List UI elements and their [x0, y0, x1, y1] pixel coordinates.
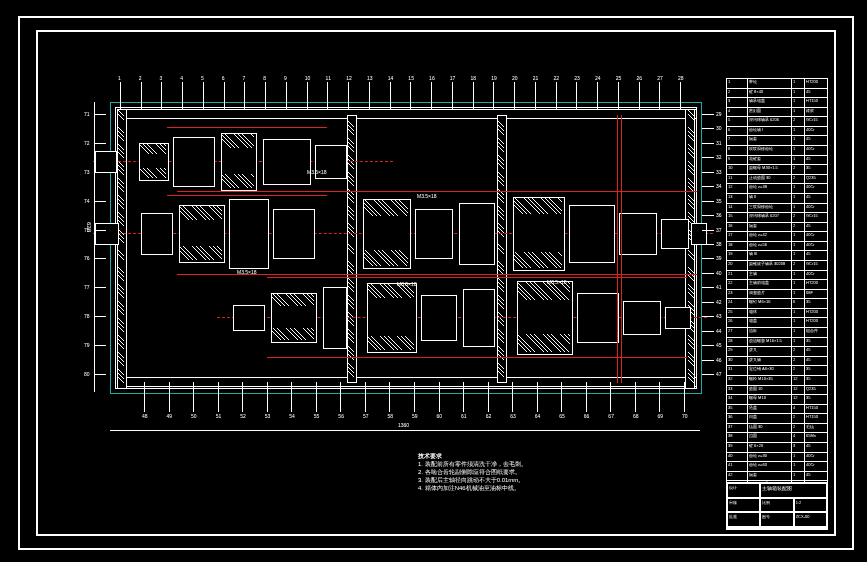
bom-row-12[interactable]: 12齿轮 z=38140Cr [727, 184, 827, 194]
bom-no: 34 [727, 395, 748, 404]
bom-row-37[interactable]: 37毡圈 302毛毡 [727, 424, 827, 434]
balloon-row-bottom: 4849505152535455565758596061626364656667… [142, 396, 698, 422]
balloon-35: 35 [716, 199, 722, 204]
leader-56 [340, 382, 341, 412]
title-block: 设计 主轴箱装配图 审核 比例 1:2 批准 图号 ZCX-00 [726, 482, 828, 528]
balloon-67: 67 [608, 414, 614, 419]
leader-74 [94, 201, 106, 202]
balloon-49: 49 [167, 414, 173, 419]
bom-row-3[interactable]: 3轴承端盖1HT150 [727, 98, 827, 108]
bom-row-15[interactable]: 15深沟球轴承 62072GCr15 [727, 213, 827, 223]
bom-no: 22 [727, 280, 748, 289]
bom-row-38[interactable]: 38挡圈465Mn [727, 433, 827, 443]
bom-mat: 40Cr [805, 146, 827, 155]
leader-45 [702, 345, 714, 346]
bom-qty: 1 [792, 79, 805, 88]
bom-row-22[interactable]: 22主轴前端盖1HT200 [727, 280, 827, 290]
bom-row-40[interactable]: 40齿轮 z=30140Cr [727, 453, 827, 463]
bom-no: 1 [727, 79, 748, 88]
balloon-30: 30 [716, 126, 722, 131]
leader-17 [452, 82, 453, 110]
bom-name: 齿轮轴 Ⅰ [748, 127, 792, 136]
leader-30 [702, 128, 714, 129]
balloon-68: 68 [633, 414, 639, 419]
bom-name: 透盖 [748, 405, 792, 414]
balloon-18: 18 [471, 76, 477, 81]
bom-row-42[interactable]: 42隔套145 [727, 472, 827, 482]
bom-row-34[interactable]: 34螺母 M101235 [727, 395, 827, 405]
bom-row-31[interactable]: 31定位销 A6×30235 [727, 366, 827, 376]
bom-no: 42 [727, 472, 748, 481]
bom-row-39[interactable]: 39键 6×20345 [727, 443, 827, 453]
bom-row-33[interactable]: 33垫圈 1012Q235 [727, 386, 827, 396]
tb-dwgno: ZCX-00 [794, 512, 827, 527]
leader-67 [610, 382, 611, 412]
leader-60 [439, 382, 440, 412]
bom-row-41[interactable]: 41齿轮 z=60140Cr [727, 462, 827, 472]
bom-row-27[interactable]: 27油标1组合件 [727, 328, 827, 338]
bom-name: 键 6×20 [748, 443, 792, 452]
bom-no: 39 [727, 443, 748, 452]
balloon-40: 40 [716, 271, 722, 276]
bom-mat: 40Cr [805, 453, 827, 462]
bom-row-1[interactable]: 1带轮1HT200 [727, 79, 827, 89]
bom-row-28[interactable]: 28放油螺塞 M16×1.5135 [727, 338, 827, 348]
bom-row-13[interactable]: 13轴 Ⅱ145 [727, 194, 827, 204]
bom-row-29[interactable]: 29拨叉245 [727, 347, 827, 357]
bom-no: 14 [727, 204, 748, 213]
leader-3 [161, 82, 162, 110]
bom-row-25[interactable]: 25箱体1HT200 [727, 309, 827, 319]
bom-name: 轴 Ⅲ [748, 251, 792, 260]
bom-row-14[interactable]: 14三联滑移齿轮140Cr [727, 204, 827, 214]
bom-no: 23 [727, 290, 748, 299]
bom-row-9[interactable]: 9花键套145 [727, 156, 827, 166]
bom-row-7[interactable]: 7隔套145 [727, 136, 827, 146]
bom-qty: 2 [792, 117, 805, 126]
bom-row-24[interactable]: 24螺钉 M6×16635 [727, 299, 827, 309]
bom-row-32[interactable]: 32螺栓 M10×351235 [727, 376, 827, 386]
bom-qty: 1 [792, 271, 805, 280]
bom-row-35[interactable]: 35透盖4HT150 [727, 405, 827, 415]
balloon-22: 22 [554, 76, 560, 81]
bom-row-4[interactable]: 4密封圈1橡胶 [727, 108, 827, 118]
bom-no: 40 [727, 453, 748, 462]
cad-canvas: M3.5×18 M3.5×18 M3.5×18 M3.5×18 M3.5×18 … [0, 0, 867, 562]
leader-41 [702, 287, 714, 288]
bom-row-8[interactable]: 8双联滑移齿轮140Cr [727, 146, 827, 156]
parts-list-table[interactable]: 1带轮1HT2002键 8×401453轴承端盖1HT1504密封圈1橡胶5深沟… [726, 78, 828, 530]
balloon-64: 64 [535, 414, 541, 419]
bom-row-16[interactable]: 16隔套245 [727, 223, 827, 233]
balloon-21: 21 [533, 76, 539, 81]
bom-row-5[interactable]: 5深沟球轴承 62062GCr15 [727, 117, 827, 127]
bom-row-19[interactable]: 19轴 Ⅲ145 [727, 251, 827, 261]
leader-53 [267, 382, 268, 412]
tb-dwgno-label: 图号 [760, 512, 793, 527]
bom-qty: 2 [792, 357, 805, 366]
bom-row-17[interactable]: 17齿轮 z=42140Cr [727, 232, 827, 242]
bom-row-18[interactable]: 18齿轮 z=56140Cr [727, 242, 827, 252]
bom-row-11[interactable]: 11止动垫圈 302Q235 [727, 175, 827, 185]
bom-row-26[interactable]: 26箱盖1HT200 [727, 318, 827, 328]
bom-row-6[interactable]: 6齿轮轴 Ⅰ140Cr [727, 127, 827, 137]
bom-name: 带轮 [748, 79, 792, 88]
bom-name: 油标 [748, 328, 792, 337]
bom-row-21[interactable]: 21主轴140Cr [727, 271, 827, 281]
balloon-43: 43 [716, 314, 722, 319]
bom-row-10[interactable]: 10圆螺母 M30×1.5235 [727, 165, 827, 175]
leader-40 [702, 273, 714, 274]
bom-row-30[interactable]: 30拨叉轴245 [727, 357, 827, 367]
bom-name: 拨叉 [748, 347, 792, 356]
bom-qty: 4 [792, 405, 805, 414]
assembly-section-view[interactable]: M3.5×18 M3.5×18 M3.5×18 M3.5×18 M3.5×18 [117, 109, 695, 387]
bom-mat: HT150 [805, 405, 827, 414]
bom-row-20[interactable]: 20圆锥滚子轴承 302082GCr15 [727, 261, 827, 271]
leader-49 [169, 382, 170, 412]
bom-row-23[interactable]: 23调整垫片108F [727, 290, 827, 300]
bom-no: 35 [727, 405, 748, 414]
bom-row-36[interactable]: 36闷盖2HT150 [727, 414, 827, 424]
balloon-69: 69 [657, 414, 663, 419]
overall-length-dim: 1360 [398, 422, 409, 428]
bom-row-2[interactable]: 2键 8×40145 [727, 89, 827, 99]
leader-16 [431, 82, 432, 110]
bom-name: 圆锥滚子轴承 30208 [748, 261, 792, 270]
